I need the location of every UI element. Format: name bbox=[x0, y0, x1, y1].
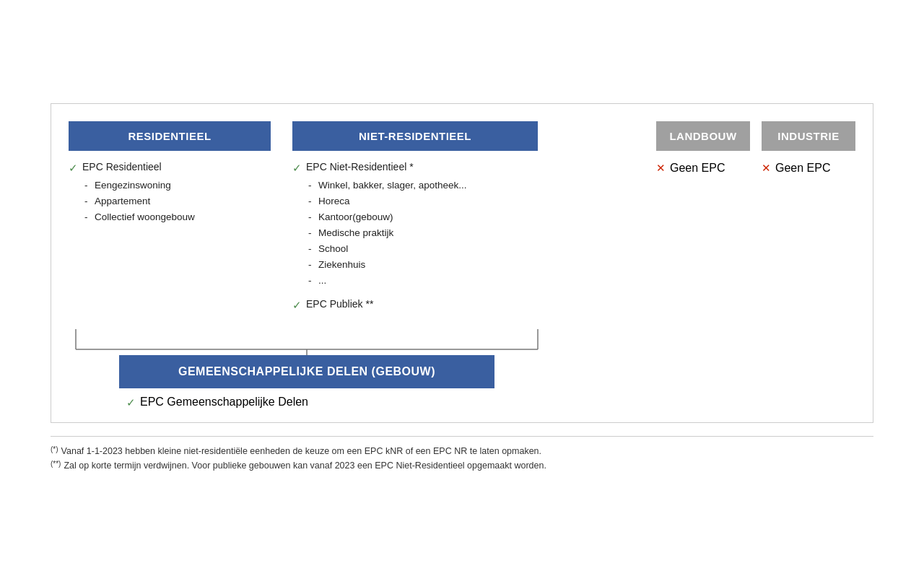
bullet-winkel: Winkel, bakker, slager, apotheek... bbox=[308, 179, 538, 193]
bullet-horeca: Horeca bbox=[308, 195, 538, 209]
footnotes: (*) Vanaf 1-1-2023 hebben kleine niet-re… bbox=[51, 436, 873, 473]
bullet-kantoor: Kantoor(gebouw) bbox=[308, 211, 538, 224]
cross-icon-landbouw: ✕ bbox=[656, 162, 666, 175]
footnote-1-mark: (*) bbox=[51, 444, 58, 455]
landbouw-geen-epc: ✕ Geen EPC bbox=[656, 161, 750, 175]
gemeenschappelijke-epc-label: EPC Gemeenschappelijke Delen bbox=[140, 396, 308, 409]
col-residentieel: RESIDENTIEEL ✓ EPC Residentieel Eengezin… bbox=[69, 121, 271, 315]
niet-residentieel-header: NIET-RESIDENTIEEL bbox=[292, 121, 538, 151]
industrie-geen-epc: ✕ Geen EPC bbox=[762, 161, 855, 175]
bracket-svg bbox=[69, 329, 545, 355]
footnote-1: (*) Vanaf 1-1-2023 hebben kleine niet-re… bbox=[51, 444, 873, 458]
bullet-collectief: Collectief woongebouw bbox=[84, 211, 271, 224]
diagram-box: RESIDENTIEEL ✓ EPC Residentieel Eengezin… bbox=[51, 103, 873, 422]
residentieel-header: RESIDENTIEEL bbox=[69, 121, 271, 151]
niet-residentieel-epc-check: ✓ EPC Niet-Residentieel * bbox=[292, 161, 538, 175]
check-icon-publiek: ✓ bbox=[292, 299, 302, 312]
col-spacer bbox=[538, 121, 656, 315]
bullet-appartement: Appartement bbox=[84, 195, 271, 209]
landbouw-geen-epc-label: Geen EPC bbox=[670, 162, 725, 175]
residentieel-epc-check: ✓ EPC Residentieel bbox=[69, 161, 271, 175]
col-landbouw: LANDBOUW ✕ Geen EPC bbox=[656, 121, 750, 315]
top-row: RESIDENTIEEL ✓ EPC Residentieel Eengezin… bbox=[69, 121, 855, 315]
gemeenschappelijke-header: GEMEENSCHAPPELIJKE DELEN (GEBOUW) bbox=[119, 355, 494, 388]
footnote-1-text: Vanaf 1-1-2023 hebben kleine niet-reside… bbox=[61, 444, 541, 458]
niet-residentieel-epc-label: EPC Niet-Residentieel * bbox=[306, 161, 414, 173]
brace-section: GEMEENSCHAPPELIJKE DELEN (GEBOUW) ✓ EPC … bbox=[69, 329, 545, 409]
outer-container: RESIDENTIEEL ✓ EPC Residentieel Eengezin… bbox=[51, 103, 873, 472]
bullet-medische: Medische praktijk bbox=[308, 227, 538, 240]
epc-publiek-label: EPC Publiek ** bbox=[306, 298, 373, 310]
check-icon-niet-residentieel: ✓ bbox=[292, 162, 302, 175]
industrie-geen-epc-label: Geen EPC bbox=[775, 162, 830, 175]
bullet-eengezinswoning: Eengezinswoning bbox=[84, 179, 271, 193]
col-industrie: INDUSTRIE ✕ Geen EPC bbox=[762, 121, 855, 315]
brace-bottom-container: GEMEENSCHAPPELIJKE DELEN (GEBOUW) ✓ EPC … bbox=[69, 355, 545, 409]
footnote-2-text: Zal op korte termijn verdwijnen. Voor pu… bbox=[64, 458, 546, 473]
residentieel-bullets: Eengezinswoning Appartement Collectief w… bbox=[84, 179, 271, 224]
bullet-school: School bbox=[308, 243, 538, 256]
epc-publiek-check: ✓ EPC Publiek ** bbox=[292, 298, 538, 312]
bullet-etc: ... bbox=[308, 274, 538, 288]
col-niet-residentieel: NIET-RESIDENTIEEL ✓ EPC Niet-Residentiee… bbox=[292, 121, 538, 315]
gemeenschappelijke-epc-check: ✓ EPC Gemeenschappelijke Delen bbox=[69, 396, 545, 409]
niet-residentieel-bullets: Winkel, bakker, slager, apotheek... Hore… bbox=[308, 179, 538, 287]
check-icon-gemeenschappelijke: ✓ bbox=[126, 396, 136, 409]
footnote-2-mark: (**) bbox=[51, 458, 61, 470]
residentieel-epc-label: EPC Residentieel bbox=[82, 161, 162, 173]
industrie-header: INDUSTRIE bbox=[762, 121, 855, 151]
cross-icon-industrie: ✕ bbox=[762, 162, 771, 175]
landbouw-header: LANDBOUW bbox=[656, 121, 750, 151]
check-icon-residentieel: ✓ bbox=[69, 162, 78, 175]
footnote-2: (**) Zal op korte termijn verdwijnen. Vo… bbox=[51, 458, 873, 473]
bullet-ziekenhuis: Ziekenhuis bbox=[308, 258, 538, 272]
